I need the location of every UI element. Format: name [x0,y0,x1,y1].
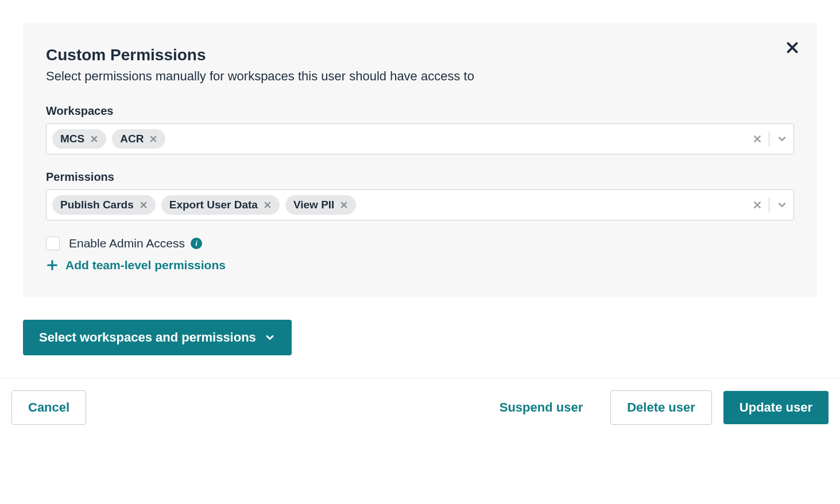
permissions-chips: Publish Cards Export User Data View PII [52,195,753,215]
chevron-down-icon[interactable] [776,199,788,211]
permissions-field: Permissions Publish Cards Export User Da… [46,170,794,220]
chevron-down-icon [264,332,276,343]
permissions-label: Permissions [46,170,794,184]
remove-chip-icon[interactable] [149,135,157,143]
permissions-multiselect[interactable]: Publish Cards Export User Data View PII [46,189,794,220]
clear-all-icon[interactable] [753,134,762,144]
chip-label: ACR [120,133,144,145]
update-user-button[interactable]: Update user [723,391,829,424]
custom-permissions-panel: Custom Permissions Select permissions ma… [23,23,817,297]
workspaces-field: Workspaces MCS ACR [46,104,794,154]
chip-label: Publish Cards [60,199,134,211]
remove-chip-icon[interactable] [264,201,272,209]
admin-access-label: Enable Admin Access i [69,237,202,250]
suspend-user-button[interactable]: Suspend user [483,391,599,424]
workspaces-chips: MCS ACR [52,129,753,149]
delete-user-button[interactable]: Delete user [610,390,712,425]
workspaces-label: Workspaces [46,104,794,118]
chip-label: View PII [293,199,334,211]
multiselect-controls [753,131,788,146]
panel-subtitle: Select permissions manually for workspac… [46,69,794,84]
cancel-button[interactable]: Cancel [11,390,86,425]
chip-label: Export User Data [169,199,258,211]
select-workspaces-button[interactable]: Select workspaces and permissions [23,320,292,355]
panel-title: Custom Permissions [46,46,794,64]
admin-access-row: Enable Admin Access i [46,237,794,250]
admin-access-text: Enable Admin Access [69,237,185,250]
add-team-permissions-link[interactable]: Add team-level permissions [46,258,226,272]
chevron-down-icon[interactable] [776,133,788,145]
info-icon[interactable]: i [191,238,202,249]
add-team-permissions-label: Add team-level permissions [65,258,226,272]
select-workspaces-dropdown: Select workspaces and permissions [23,320,817,355]
divider [769,131,769,146]
remove-chip-icon[interactable] [340,201,348,209]
chip-label: MCS [60,133,84,145]
chip: View PII [285,195,356,215]
multiselect-controls [753,197,788,212]
footer-actions: Cancel Suspend user Delete user Update u… [0,378,840,436]
remove-chip-icon[interactable] [90,135,98,143]
plus-icon [46,259,59,272]
select-workspaces-label: Select workspaces and permissions [39,330,256,345]
chip: Export User Data [161,195,280,215]
divider [769,197,769,212]
clear-all-icon[interactable] [753,200,762,210]
workspaces-multiselect[interactable]: MCS ACR [46,123,794,154]
admin-access-checkbox[interactable] [46,237,60,250]
remove-chip-icon[interactable] [140,201,148,209]
chip: Publish Cards [52,195,156,215]
chip: MCS [52,129,106,149]
close-icon[interactable] [785,40,800,55]
chip: ACR [112,129,165,149]
